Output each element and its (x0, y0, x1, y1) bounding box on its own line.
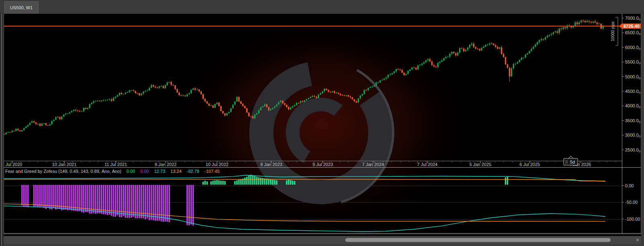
candle (499, 47, 500, 49)
candle (41, 123, 43, 126)
candle (396, 69, 397, 72)
candle (83, 108, 84, 111)
histogram-bar-fear (35, 185, 37, 207)
candle (272, 108, 274, 109)
price-axis-label: 3500.00 (625, 118, 641, 124)
candle (35, 122, 37, 124)
candle (497, 47, 498, 49)
candle (149, 88, 150, 91)
chart-tab[interactable]: US500, W1 (4, 1, 39, 14)
candle (45, 123, 47, 125)
horizontal-scrollbar[interactable] (4, 236, 641, 244)
candle (176, 89, 178, 93)
candle (511, 68, 513, 76)
scrollbar-thumb[interactable] (345, 238, 611, 242)
candle (123, 94, 124, 94)
candle (320, 93, 322, 94)
candle (580, 20, 582, 23)
histogram-bar-greed (222, 181, 224, 185)
candle (409, 70, 411, 71)
candle (21, 130, 23, 131)
candle (487, 45, 488, 45)
candle (33, 121, 35, 122)
candle (248, 113, 250, 116)
candle (551, 34, 552, 35)
pips-ruler-label: 10000 pips (611, 22, 615, 41)
price-axis-label: 4500.00 (625, 89, 641, 94)
histogram-bar-greed (252, 175, 254, 184)
candle (475, 47, 477, 49)
time-axis-label: 7 Jan 2024 (362, 162, 384, 167)
candle (310, 97, 312, 98)
candle (5, 133, 7, 134)
candle (572, 26, 574, 27)
candle (425, 60, 427, 62)
candle (549, 35, 550, 36)
candle (495, 45, 496, 47)
candle (226, 113, 228, 116)
histogram-bar-greed (292, 181, 293, 185)
histogram-bar-greed (274, 180, 276, 185)
histogram-bar-greed (242, 179, 244, 185)
histogram-bar-fear (191, 185, 192, 224)
candle (103, 100, 105, 100)
candle (477, 49, 479, 49)
candle (517, 62, 519, 64)
candle (360, 96, 361, 98)
candle (344, 95, 345, 96)
candle (338, 93, 339, 94)
histogram-bar-fear (97, 185, 98, 213)
candle (242, 104, 244, 106)
candle (318, 94, 320, 98)
histogram-bar-fear (157, 185, 158, 221)
candle (204, 99, 206, 101)
candle (324, 89, 325, 91)
time-axis-label: 2 Jul 2020 (4, 162, 22, 167)
histogram-bar-greed (246, 177, 248, 185)
grip-dot (567, 160, 567, 161)
price-axis-label: 4000.00 (625, 103, 641, 109)
candle (365, 90, 367, 90)
candle (443, 58, 445, 60)
candle (143, 92, 144, 94)
candle (49, 124, 51, 125)
candle (377, 82, 379, 83)
candle (282, 101, 283, 104)
scrollbar-right-arrow-icon[interactable] (637, 238, 639, 242)
candle (350, 96, 351, 97)
candle (348, 95, 349, 96)
histogram-bar-fear (41, 185, 43, 207)
candle (236, 97, 238, 101)
candle (505, 57, 507, 64)
candle (107, 100, 109, 100)
grip-dot (567, 163, 567, 163)
candle (166, 82, 168, 85)
candle (469, 45, 471, 48)
price-axis-label: 7000.00 (625, 16, 641, 21)
candle (493, 44, 494, 45)
candle (27, 125, 29, 127)
histogram-bar-greed (254, 176, 256, 185)
histogram-bar-fear (117, 185, 119, 215)
candle (195, 88, 196, 90)
price-axis-label: 5000.00 (625, 74, 641, 80)
candle (286, 105, 287, 107)
candle (423, 62, 425, 64)
chart-area[interactable]: 2 Jul 202010 Jan 202111 Jul 20219 Jan 20… (4, 13, 641, 234)
candle (471, 44, 473, 45)
candle (433, 65, 435, 66)
candle (57, 117, 59, 117)
histogram-bar-fear (63, 185, 65, 210)
candle (7, 132, 9, 133)
candle (322, 91, 323, 93)
candle (417, 66, 419, 70)
candle (43, 123, 45, 124)
candle (210, 105, 212, 106)
candle (258, 110, 260, 113)
price-axis-label: 6000.00 (625, 45, 641, 51)
candle (334, 91, 335, 93)
candle (79, 111, 81, 111)
candle (214, 104, 216, 108)
grip-dot (566, 162, 566, 162)
candle (133, 90, 134, 91)
